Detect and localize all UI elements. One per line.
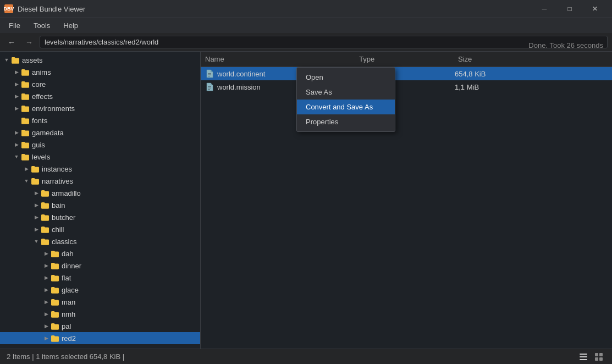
file-row-world_continent[interactable]: world.continentcontinent654,8 KiB xyxy=(201,67,612,80)
column-header-type[interactable]: Type xyxy=(359,55,458,63)
tree-label-dah: dah xyxy=(62,250,74,258)
tree-toggle-pal[interactable] xyxy=(42,320,51,332)
title-bar-left: DBV Diesel Bundle Viewer xyxy=(4,4,85,13)
context-menu-item-open[interactable]: Open xyxy=(297,70,395,85)
tree-item-red2[interactable]: red2 xyxy=(0,332,200,344)
column-header-size[interactable]: Size xyxy=(458,55,608,63)
folder-icon-classics xyxy=(41,237,49,246)
tree-toggle-assets[interactable] xyxy=(2,54,11,66)
tree-item-effects[interactable]: effects xyxy=(0,90,200,102)
tree-toggle-chill[interactable] xyxy=(32,223,41,235)
tree-toggle-environments[interactable] xyxy=(12,102,21,114)
svg-rect-0 xyxy=(208,73,211,74)
view-list-button[interactable] xyxy=(577,350,590,363)
tree-item-anims[interactable]: anims xyxy=(0,66,200,78)
tree-toggle-bain[interactable] xyxy=(32,199,41,211)
view-grid-button[interactable] xyxy=(592,350,605,363)
tree-toggle-anims[interactable] xyxy=(12,66,21,78)
tree-toggle-nmh[interactable] xyxy=(42,308,51,320)
tree-label-bain: bain xyxy=(52,201,65,209)
tree-label-effects: effects xyxy=(32,92,53,101)
svg-rect-4 xyxy=(208,88,211,89)
tree-toggle-dah[interactable] xyxy=(42,247,51,260)
tree-item-pal[interactable]: pal xyxy=(0,320,200,332)
tree-toggle-levels[interactable] xyxy=(12,151,21,163)
folder-icon-guis xyxy=(21,140,30,149)
title-bar: DBV Diesel Bundle Viewer ─ □ ✕ xyxy=(0,0,612,18)
toolbar: ← → xyxy=(0,33,612,52)
tree-toggle-glace[interactable] xyxy=(42,284,51,296)
folder-icon-bain xyxy=(41,201,49,209)
back-button[interactable]: ← xyxy=(4,36,19,49)
tree-toggle-fonts[interactable] xyxy=(12,114,21,126)
tree-toggle-man[interactable] xyxy=(42,296,51,308)
file-panel: Name Type Size world.continentcontinent6… xyxy=(201,52,612,349)
tree-item-armadillo[interactable]: armadillo xyxy=(0,187,200,199)
forward-button[interactable]: → xyxy=(22,36,36,49)
svg-rect-6 xyxy=(580,354,587,355)
tree-item-dah[interactable]: dah xyxy=(0,247,200,260)
tree-toggle-effects[interactable] xyxy=(12,90,21,102)
tree-toggle-core[interactable] xyxy=(12,78,21,90)
tree-toggle-classics[interactable] xyxy=(32,235,41,247)
svg-rect-9 xyxy=(595,353,598,356)
menu-tools[interactable]: Tools xyxy=(27,19,57,32)
tree-toggle-instances[interactable] xyxy=(22,163,31,175)
tree-toggle-red2[interactable] xyxy=(42,332,51,344)
column-header-name[interactable]: Name xyxy=(205,55,359,63)
tree-item-core[interactable]: core xyxy=(0,78,200,90)
tree-panel: assets anims core effects environments f… xyxy=(0,52,201,349)
maximize-button[interactable]: □ xyxy=(557,0,582,18)
tree-label-armadillo: armadillo xyxy=(52,189,81,197)
tree-label-man: man xyxy=(62,298,75,306)
context-menu-item-save_as[interactable]: Save As xyxy=(297,85,395,100)
tree-item-chill[interactable]: chill xyxy=(0,223,200,235)
folder-icon-assets xyxy=(11,56,20,64)
file-cell-size-world_continent: 654,8 KiB xyxy=(455,70,608,78)
folder-icon-chill xyxy=(41,225,49,234)
tree-item-gamedata[interactable]: gamedata xyxy=(0,126,200,139)
tree-item-butcher[interactable]: butcher xyxy=(0,211,200,223)
tree-item-fonts[interactable]: fonts xyxy=(0,114,200,126)
tree-toggle-guis[interactable] xyxy=(12,139,21,151)
file-row-world_mission[interactable]: world.missionon1,1 MiB xyxy=(201,80,612,93)
tree-item-man[interactable]: man xyxy=(0,296,200,308)
tree-item-nmh[interactable]: nmh xyxy=(0,308,200,320)
tree-toggle-dinner[interactable] xyxy=(42,260,51,272)
tree-item-environments[interactable]: environments xyxy=(0,102,200,114)
context-menu-item-convert_and_save_as[interactable]: Convert and Save As xyxy=(297,100,395,114)
folder-icon-armadillo xyxy=(41,189,49,197)
close-button[interactable]: ✕ xyxy=(582,0,608,18)
context-menu-item-properties[interactable]: Properties xyxy=(297,114,395,129)
tree-item-flat[interactable]: flat xyxy=(0,272,200,284)
tree-label-red2: red2 xyxy=(62,334,76,343)
tree-toggle-gamedata[interactable] xyxy=(12,126,21,139)
tree-item-glace[interactable]: glace xyxy=(0,284,200,296)
file-icon-world_mission xyxy=(205,82,214,91)
tree-item-guis[interactable]: guis xyxy=(0,139,200,151)
title-bar-controls: ─ □ ✕ xyxy=(532,0,608,18)
tree-toggle-narratives[interactable] xyxy=(22,175,31,187)
tree-toggle-armadillo[interactable] xyxy=(32,187,41,199)
file-name-text-world_continent: world.continent xyxy=(217,70,265,78)
minimize-button[interactable]: ─ xyxy=(532,0,557,18)
tree-label-instances: instances xyxy=(42,165,72,173)
tree-item-instances[interactable]: instances xyxy=(0,163,200,175)
tree-toggle-flat[interactable] xyxy=(42,272,51,284)
tree-item-assets[interactable]: assets xyxy=(0,54,200,66)
tree-toggle-butcher[interactable] xyxy=(32,211,41,223)
context-menu: OpenSave AsConvert and Save AsProperties xyxy=(296,67,395,132)
menu-file[interactable]: File xyxy=(2,19,27,32)
tree-item-dinner[interactable]: dinner xyxy=(0,260,200,272)
tree-item-levels[interactable]: levels xyxy=(0,151,200,163)
tree-item-bain[interactable]: bain xyxy=(0,199,200,211)
tree-label-nmh: nmh xyxy=(62,310,75,318)
tree-item-narratives[interactable]: narratives xyxy=(0,175,200,187)
tree-item-classics[interactable]: classics xyxy=(0,235,200,247)
tree-label-levels: levels xyxy=(32,153,50,161)
file-icon-world_continent xyxy=(205,69,214,78)
tree-label-flat: flat xyxy=(62,274,71,282)
tree-label-anims: anims xyxy=(32,68,51,76)
address-bar[interactable] xyxy=(40,36,608,48)
menu-help[interactable]: Help xyxy=(57,19,85,32)
